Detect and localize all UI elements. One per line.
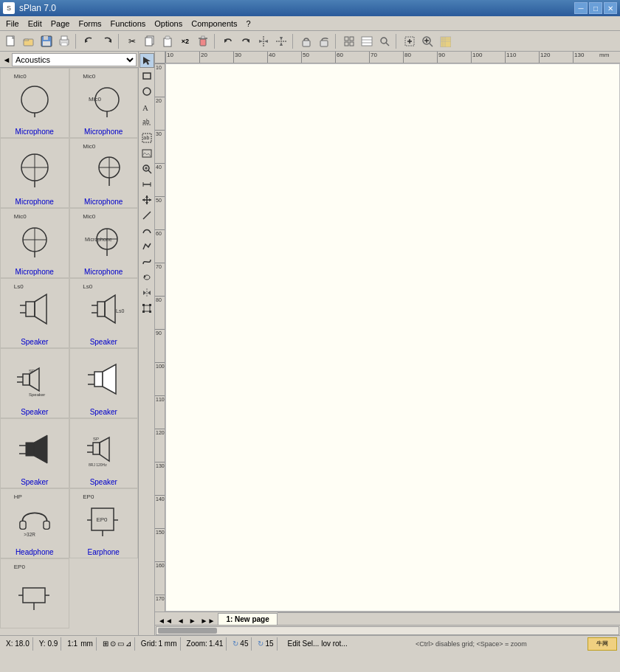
- component-mic-cross-tag[interactable]: Mic0 Microphone: [0, 208, 69, 278]
- comp-label-mic-crosshair-label: Microphone: [84, 198, 123, 206]
- undo-button[interactable]: [81, 33, 97, 49]
- comp-label-headphone: Headphone: [16, 548, 54, 556]
- tool-bezier[interactable]: [140, 254, 154, 269]
- menu-page[interactable]: Page: [46, 18, 75, 30]
- tool-curve[interactable]: [140, 224, 154, 238]
- tool-polyline[interactable]: [140, 239, 154, 254]
- tool-rect[interactable]: [140, 69, 154, 83]
- toolbar-sep-5: [335, 34, 338, 49]
- zoom-in-button[interactable]: [419, 33, 435, 49]
- comp-label-mic-cross: Microphone: [16, 198, 54, 206]
- tool-zoom[interactable]: [140, 162, 154, 176]
- page-nav-prev[interactable]: ◄: [176, 617, 186, 625]
- redo-button[interactable]: [99, 33, 115, 49]
- zoom-box-button[interactable]: [402, 33, 418, 49]
- tool-resize[interactable]: [140, 301, 154, 316]
- rotate-right-button[interactable]: [238, 33, 254, 49]
- component-mic-circle-cross[interactable]: Microphone: [0, 138, 69, 208]
- paste-button[interactable]: [159, 33, 176, 49]
- components-scroll[interactable]: Mic0 Microphone Mic0: [0, 68, 138, 635]
- svg-marker-137: [148, 291, 151, 295]
- rotate-left-button[interactable]: [220, 33, 236, 49]
- mirror-v-button[interactable]: [273, 33, 289, 49]
- category-selector: ◄ Acoustics Basic Digital Connectors Pas…: [0, 52, 138, 68]
- svg-marker-136: [143, 291, 146, 295]
- tool-text[interactable]: A: [140, 100, 154, 114]
- component-speaker-outline[interactable]: Speaker: [69, 348, 139, 418]
- copy-button[interactable]: [142, 33, 158, 49]
- component-earphone-box[interactable]: EP0 EP0 Earphone: [69, 488, 139, 558]
- svg-rect-139: [142, 304, 145, 306]
- lock-button[interactable]: [298, 33, 314, 49]
- copy2-button[interactable]: ×2: [177, 33, 193, 49]
- tool-line[interactable]: [140, 208, 154, 223]
- library-button[interactable]: [359, 33, 375, 49]
- tool-image[interactable]: [140, 146, 154, 161]
- component-speaker-sp-freq[interactable]: SP 8RJ 120Hz Speaker: [69, 418, 139, 488]
- svg-text:A: A: [142, 103, 148, 112]
- component-mic-crosshair-label[interactable]: Mic0 Microphone: [69, 138, 139, 208]
- page-tabs-bar: ◄◄ ◄ ► ►► 1: New page: [155, 612, 620, 625]
- page-nav-next[interactable]: ►: [187, 617, 198, 625]
- unlock-button[interactable]: [316, 33, 332, 49]
- close-button[interactable]: ✕: [604, 2, 617, 14]
- menu-forms[interactable]: Forms: [74, 18, 106, 30]
- ruler-tick: 130: [573, 52, 599, 63]
- component-mic-circle-plain[interactable]: Mic0 Microphone: [0, 68, 69, 138]
- component-speaker-with-label[interactable]: Ls0 Ls0 Speaker: [69, 278, 139, 348]
- component-speaker-black[interactable]: Speaker: [0, 418, 69, 488]
- menu-edit[interactable]: Edit: [24, 18, 46, 30]
- tool-textframe[interactable]: ab: [140, 131, 154, 145]
- component-speaker-plain[interactable]: Ls0 Speaker: [0, 278, 69, 348]
- component-speaker-small[interactable]: SP Speaker Speaker: [0, 348, 69, 418]
- svg-point-113: [143, 88, 151, 95]
- page-nav-last[interactable]: ►►: [199, 617, 217, 625]
- new-button[interactable]: [3, 33, 19, 49]
- svg-text:EP0: EP0: [97, 516, 108, 523]
- print-button[interactable]: [56, 33, 72, 49]
- svg-marker-23: [280, 37, 283, 41]
- tool-rotate2[interactable]: [140, 270, 154, 285]
- svg-marker-21: [264, 40, 268, 43]
- minimize-button[interactable]: ─: [574, 2, 588, 14]
- delete-button[interactable]: [195, 33, 211, 49]
- drawing-canvas[interactable]: [165, 63, 620, 612]
- search-button[interactable]: [376, 33, 393, 49]
- svg-line-121: [148, 170, 151, 173]
- menu-components[interactable]: Components: [187, 18, 241, 30]
- cut-button[interactable]: ✂: [124, 33, 140, 49]
- component-headphone[interactable]: HP >32R Headphone: [0, 488, 69, 558]
- scroll-thumb-h[interactable]: [158, 628, 217, 634]
- status-mode: Edit Sel... lov rot...: [288, 640, 348, 648]
- horizontal-scrollbar[interactable]: [155, 625, 620, 635]
- menu-options[interactable]: Options: [150, 18, 187, 30]
- category-prev-button[interactable]: ◄: [1, 55, 12, 64]
- svg-point-48: [21, 86, 48, 113]
- mirror-h-button[interactable]: [255, 33, 272, 49]
- maximize-button[interactable]: □: [589, 2, 602, 14]
- ruler-vertical: 10 20 30 40 50 60 70 80 90 100 110 120 1…: [155, 63, 165, 612]
- tool-mirror2[interactable]: [140, 285, 154, 300]
- page-tab-1[interactable]: 1: New page: [218, 613, 277, 625]
- grid-button[interactable]: [341, 33, 357, 49]
- ruler-tick: 10: [165, 52, 199, 63]
- component-mic-crosshair-text[interactable]: Mic0 Microphone Microphone: [69, 208, 139, 278]
- menu-file[interactable]: File: [1, 18, 24, 30]
- component-mic-circle-label[interactable]: Mic0 Mic0 Microphone: [69, 68, 139, 138]
- flag-button[interactable]: [437, 33, 453, 49]
- open-button[interactable]: [21, 33, 37, 49]
- menu-help[interactable]: ?: [242, 18, 255, 30]
- tool-ellipse[interactable]: [140, 84, 154, 99]
- tool-select[interactable]: [140, 53, 154, 68]
- scroll-track-h[interactable]: [156, 626, 619, 635]
- tool-textbox[interactable]: ab: [140, 115, 154, 130]
- save-button[interactable]: [38, 33, 55, 49]
- category-dropdown[interactable]: Acoustics Basic Digital Connectors Passi…: [12, 53, 137, 66]
- component-earphone-box2[interactable]: EP0: [0, 558, 69, 628]
- tool-measure[interactable]: [140, 177, 154, 192]
- page-nav-first[interactable]: ◄◄: [156, 617, 174, 625]
- vertical-tools: A ab ab: [139, 52, 155, 635]
- tool-move[interactable]: [140, 193, 154, 207]
- svg-rect-4: [43, 41, 50, 46]
- menu-functions[interactable]: Functions: [106, 18, 151, 30]
